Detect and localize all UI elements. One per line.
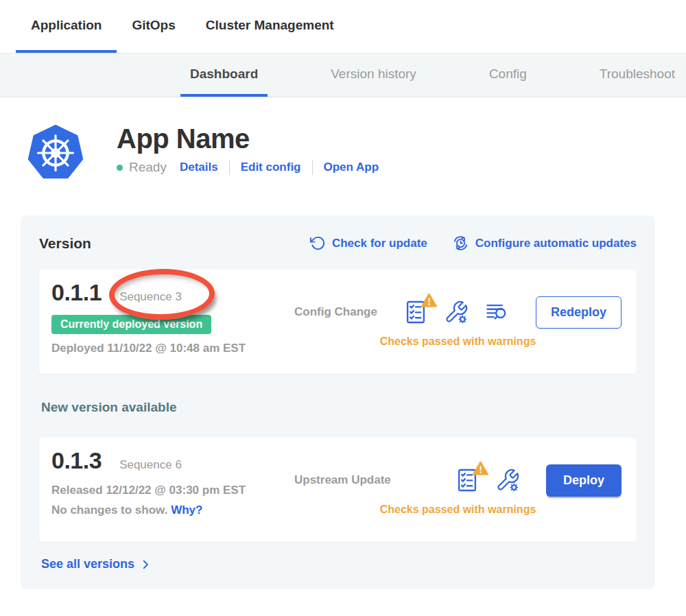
app-title: App Name	[117, 123, 379, 154]
preflight-checks-button[interactable]	[403, 299, 429, 325]
kubernetes-logo-icon	[25, 122, 86, 184]
details-link[interactable]: Details	[180, 161, 218, 174]
current-version-source: Config Change	[294, 305, 377, 319]
check-for-update-button[interactable]: Check for update	[310, 235, 427, 251]
tab-application[interactable]: Application	[16, 0, 117, 53]
tab-cluster-management-label: Cluster Management	[206, 18, 334, 33]
configure-automatic-updates-button[interactable]: Configure automatic updates	[452, 235, 637, 252]
tab-troubleshoot-label: Troubleshoot	[600, 67, 675, 82]
released-timestamp: Released 12/12/22 @ 03:30 pm EST	[51, 484, 278, 497]
wrench-gear-icon[interactable]	[495, 468, 520, 493]
current-version-card: 0.1.1 Sequence 3 Currently deployed vers…	[39, 270, 637, 374]
app-status-row: Ready Details Edit config Open App	[117, 160, 379, 175]
status-badge: Ready	[129, 160, 167, 175]
version-panel-title: Version	[39, 235, 285, 252]
edit-config-link[interactable]: Edit config	[241, 161, 301, 174]
refresh-icon	[310, 235, 326, 251]
available-checks-status: Checks passed with warnings	[294, 504, 622, 516]
new-version-heading: New version available	[41, 400, 637, 415]
tab-config[interactable]: Config	[480, 54, 536, 97]
primary-nav: Application GitOps Cluster Management	[0, 0, 686, 53]
available-version-card: 0.1.3 Sequence 6 Released 12/12/22 @ 03:…	[39, 438, 637, 542]
available-version-source: Upstream Update	[294, 473, 391, 487]
current-checks-status: Checks passed with warnings	[294, 335, 622, 348]
see-all-versions-link[interactable]: See all versions	[41, 557, 152, 571]
schedule-refresh-icon	[452, 235, 469, 252]
available-version-number: 0.1.3	[51, 447, 102, 474]
tab-version-history-label: Version history	[331, 67, 416, 82]
tab-troubleshoot[interactable]: Troubleshoot	[590, 54, 685, 97]
currently-deployed-badge: Currently deployed version	[51, 315, 211, 334]
why-link[interactable]: Why?	[171, 504, 202, 517]
divider	[312, 160, 313, 175]
redeploy-button[interactable]: Redeploy	[536, 296, 622, 329]
version-panel: Version Check for update Configure autom…	[21, 215, 655, 589]
warning-triangle-icon	[473, 461, 488, 475]
tab-gitops-label: GitOps	[132, 18, 175, 33]
tab-cluster-management[interactable]: Cluster Management	[191, 0, 349, 53]
tab-dashboard[interactable]: Dashboard	[180, 54, 268, 97]
app-header: App Name Ready Details Edit config Open …	[25, 122, 686, 184]
no-changes-text: No changes to show. Why?	[51, 504, 278, 517]
tab-dashboard-label: Dashboard	[190, 67, 258, 82]
tab-version-history[interactable]: Version history	[321, 54, 426, 97]
open-app-link[interactable]: Open App	[324, 161, 379, 174]
tab-application-label: Application	[31, 18, 102, 33]
current-version-number: 0.1.1	[51, 279, 102, 306]
tab-config-label: Config	[489, 67, 527, 82]
secondary-nav: Dashboard Version history Config Trouble…	[0, 53, 686, 97]
deploy-button[interactable]: Deploy	[546, 464, 622, 497]
chevron-right-icon	[139, 558, 152, 571]
current-version-sequence: Sequence 3	[119, 290, 182, 304]
tab-gitops[interactable]: GitOps	[117, 0, 190, 53]
deployed-timestamp: Deployed 11/10/22 @ 10:48 am EST	[51, 342, 278, 355]
wrench-gear-icon[interactable]	[444, 300, 469, 324]
available-version-sequence: Sequence 6	[119, 458, 182, 472]
diff-magnifier-icon[interactable]	[484, 300, 510, 324]
divider	[229, 160, 230, 175]
see-all-versions-label: See all versions	[41, 557, 134, 571]
check-for-update-label: Check for update	[332, 237, 427, 250]
configure-automatic-updates-label: Configure automatic updates	[475, 237, 637, 250]
warning-triangle-icon	[421, 293, 437, 307]
status-dot-icon	[117, 165, 123, 171]
no-changes-label: No changes to show.	[51, 504, 167, 517]
preflight-checks-button[interactable]	[454, 467, 480, 493]
